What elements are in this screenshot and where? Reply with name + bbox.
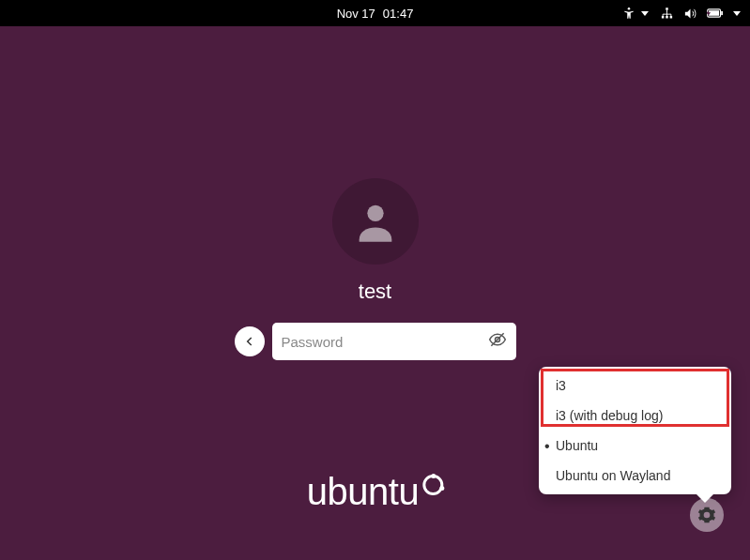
ubuntu-circle-icon	[422, 475, 443, 495]
session-option-i3-debug[interactable]: i3 (with debug log)	[539, 401, 731, 431]
username-label: test	[359, 280, 391, 304]
password-input[interactable]	[282, 334, 481, 350]
network-icon	[660, 7, 674, 21]
battery-icon	[707, 7, 724, 20]
eye-off-icon	[488, 330, 507, 349]
svg-rect-4	[670, 16, 673, 19]
accessibility-menu[interactable]	[622, 7, 649, 20]
login-panel: test	[235, 178, 516, 360]
person-icon	[351, 197, 400, 246]
svg-point-8	[367, 205, 383, 221]
session-selector-menu: i3 i3 (with debug log) Ubuntu Ubuntu on …	[539, 367, 731, 494]
session-option-i3[interactable]: i3	[539, 371, 731, 401]
svg-rect-6	[709, 10, 719, 16]
top-bar: Nov 17 01:47	[0, 0, 750, 26]
logo-text: ubuntu	[307, 471, 419, 513]
session-settings-button[interactable]	[690, 498, 724, 532]
svg-point-0	[628, 8, 631, 10]
user-avatar	[332, 178, 419, 265]
toggle-password-visibility[interactable]	[488, 330, 507, 353]
time-label: 01:47	[383, 7, 414, 21]
svg-rect-2	[662, 16, 665, 19]
chevron-down-icon	[641, 11, 649, 16]
date-label: Nov 17	[337, 7, 375, 21]
ubuntu-logo: ubuntu	[307, 471, 443, 513]
gear-icon	[697, 506, 716, 524]
system-status-menu[interactable]	[660, 7, 741, 21]
password-field-container	[272, 323, 516, 360]
back-button[interactable]	[235, 326, 265, 356]
volume-icon	[683, 7, 697, 21]
session-option-ubuntu[interactable]: Ubuntu	[539, 431, 731, 461]
chevron-down-icon	[733, 11, 741, 16]
accessibility-icon	[622, 7, 635, 20]
chevron-left-icon	[243, 335, 256, 348]
svg-rect-3	[666, 16, 668, 19]
session-option-ubuntu-wayland[interactable]: Ubuntu on Wayland	[539, 461, 731, 491]
svg-rect-7	[721, 11, 723, 15]
svg-rect-1	[666, 8, 668, 10]
